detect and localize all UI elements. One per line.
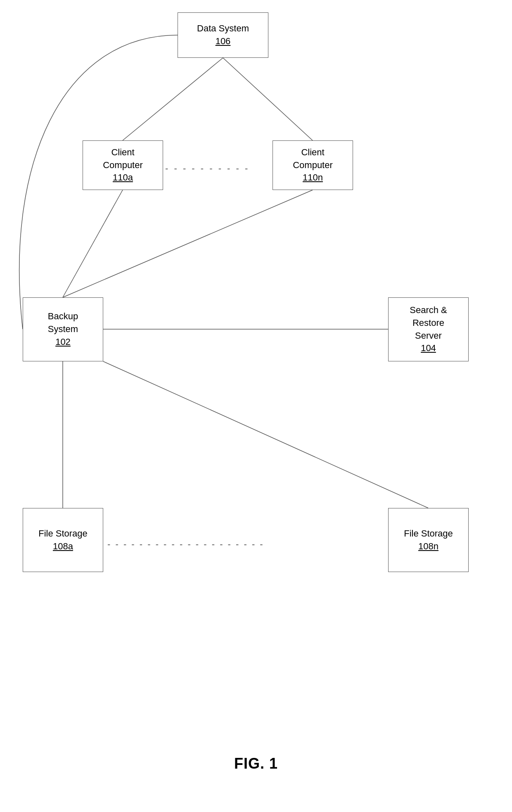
figure-label: FIG. 1	[0, 755, 512, 772]
client-n-ref: 110n	[303, 171, 323, 184]
search-restore-label: Search &RestoreServer	[410, 304, 447, 342]
svg-line-0	[123, 58, 223, 140]
file-storage-a-label: File Storage	[38, 527, 88, 540]
client-n-label: ClientComputer	[293, 146, 333, 172]
file-storage-n-ref: 108n	[418, 540, 439, 553]
backup-system-label: BackupSystem	[48, 310, 78, 336]
file-storage-n-node: File Storage 108n	[388, 508, 469, 572]
client-a-label: ClientComputer	[103, 146, 143, 172]
search-restore-ref: 104	[421, 342, 436, 355]
file-storage-a-node: File Storage 108a	[23, 508, 103, 572]
data-system-ref: 106	[216, 35, 231, 48]
file-storage-a-ref: 108a	[53, 540, 73, 553]
clients-dashed: - - - - - - - - - -	[165, 163, 249, 174]
file-storage-n-label: File Storage	[404, 527, 453, 540]
client-computer-n-node: ClientComputer 110n	[273, 140, 353, 190]
client-computer-a-node: ClientComputer 110a	[83, 140, 163, 190]
svg-line-6	[103, 361, 428, 508]
backup-system-node: BackupSystem 102	[23, 297, 103, 361]
file-storages-dashed: - - - - - - - - - - - - - - - - - - - -	[107, 539, 264, 550]
backup-system-ref: 102	[55, 336, 71, 349]
data-system-label: Data System	[197, 22, 249, 35]
svg-line-3	[63, 190, 313, 297]
data-system-node: Data System 106	[178, 12, 268, 58]
search-restore-node: Search &RestoreServer 104	[388, 297, 469, 361]
connection-lines	[0, 0, 512, 785]
client-a-ref: 110a	[113, 171, 133, 184]
diagram: Data System 106 ClientComputer 110a - - …	[0, 0, 512, 785]
svg-line-1	[223, 58, 313, 140]
svg-line-2	[63, 190, 123, 297]
